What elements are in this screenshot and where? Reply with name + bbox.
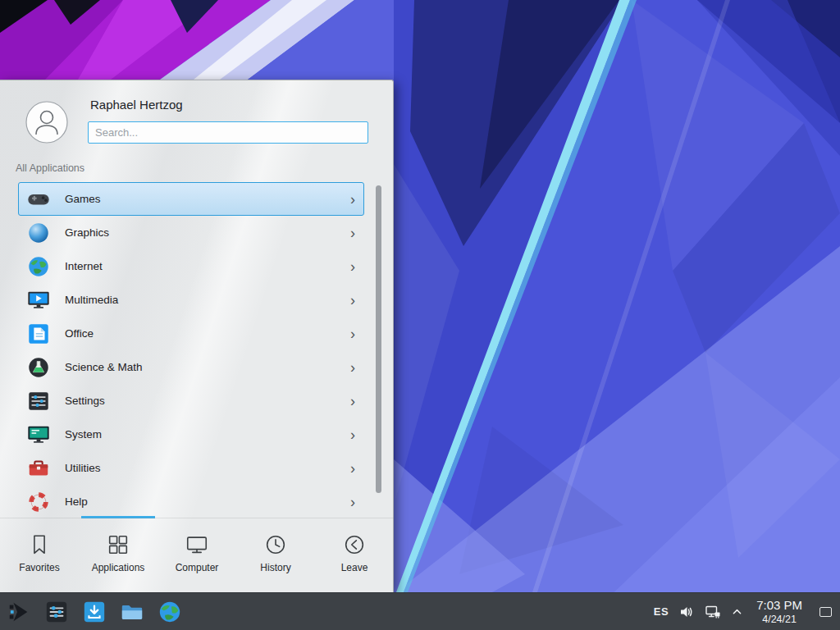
chevron-right-icon: › <box>350 226 355 240</box>
category-label: Graphics <box>65 226 350 239</box>
utilities-toolbox-icon <box>26 456 51 481</box>
clock-time: 7:03 PM <box>756 597 802 614</box>
category-label: Multimedia <box>65 294 350 306</box>
user-name: Raphael Hertzog <box>90 98 183 112</box>
category-row-internet[interactable]: Internet › <box>18 249 364 283</box>
section-label: All Applications <box>16 162 84 174</box>
show-desktop-button[interactable] <box>815 593 835 630</box>
chevron-right-icon: › <box>350 326 355 341</box>
web-globe-icon <box>158 600 182 624</box>
clock[interactable]: 7:03 PM 4/24/21 <box>756 597 802 627</box>
keyboard-layout-indicator[interactable]: ES <box>654 605 669 618</box>
chevron-right-icon: › <box>350 259 355 274</box>
folder-icon <box>120 600 144 624</box>
volume-icon[interactable] <box>678 604 695 620</box>
category-label: Help <box>65 495 350 508</box>
application-launcher-menu: Raphael Hertzog All Applications Games › <box>0 80 394 592</box>
multimedia-monitor-icon <box>26 288 51 313</box>
category-label: Internet <box>65 260 350 272</box>
tab-label: Leave <box>341 562 368 573</box>
graphics-ball-icon <box>26 221 51 245</box>
tab-leave[interactable]: Leave <box>315 518 394 592</box>
science-flask-icon <box>26 355 51 380</box>
computer-monitor-icon <box>185 532 209 557</box>
app-launcher-button[interactable] <box>0 593 38 630</box>
globe-icon <box>26 254 51 279</box>
clock-date: 4/24/21 <box>756 613 802 626</box>
category-label: Settings <box>65 395 350 407</box>
scrollbar-handle[interactable] <box>376 185 381 493</box>
tab-history[interactable]: History <box>236 518 315 592</box>
bookmark-icon <box>27 532 52 557</box>
tab-label: Computer <box>176 562 219 573</box>
taskbar-app-files[interactable] <box>113 593 151 630</box>
show-desktop-icon <box>819 607 832 617</box>
category-row-games[interactable]: Games › <box>18 182 364 216</box>
chevron-right-icon: › <box>350 394 355 409</box>
tab-bar: Favorites Applications Comp <box>0 518 394 592</box>
tab-label: Favorites <box>19 562 59 573</box>
tab-favorites[interactable]: Favorites <box>0 518 79 592</box>
category-label: System <box>65 428 350 441</box>
chevron-right-icon: › <box>350 293 355 308</box>
category-row-office[interactable]: Office › <box>18 317 364 350</box>
settings-sliders-icon <box>26 389 51 413</box>
tab-label: History <box>260 562 290 573</box>
office-document-icon <box>26 322 51 346</box>
chevron-right-icon: › <box>350 192 355 207</box>
taskbar-app-tweaks[interactable] <box>38 593 75 630</box>
category-list: Games › Graphics › <box>0 182 394 514</box>
chevron-right-icon: › <box>350 427 355 442</box>
gamepad-icon <box>26 187 51 212</box>
kde-menu-icon <box>7 600 31 624</box>
app-grid-icon <box>106 532 130 557</box>
category-row-science-math[interactable]: Science & Math › <box>18 350 364 384</box>
taskbar: ES 7:03 PM 4/24/21 <box>0 592 840 630</box>
chevron-right-icon: › <box>350 461 355 476</box>
tab-computer[interactable]: Computer <box>158 518 236 592</box>
software-installer-icon <box>82 600 107 624</box>
tab-label: Applications <box>92 562 145 573</box>
category-label: Science & Math <box>65 361 350 373</box>
category-label: Games <box>65 193 350 205</box>
dark-tweaks-icon <box>44 600 69 624</box>
system-tray: ES 7:03 PM 4/24/21 <box>654 593 840 630</box>
taskbar-app-browser[interactable] <box>151 593 189 630</box>
category-row-settings[interactable]: Settings › <box>18 384 364 418</box>
help-lifering-icon <box>26 490 51 514</box>
category-row-utilities[interactable]: Utilities › <box>18 451 364 485</box>
chevron-right-icon: › <box>350 495 355 509</box>
category-row-graphics[interactable]: Graphics › <box>18 216 364 249</box>
category-row-system[interactable]: System › <box>18 418 364 451</box>
system-monitor-icon <box>26 422 51 447</box>
history-clock-icon <box>263 532 288 557</box>
category-row-help[interactable]: Help › <box>18 485 364 514</box>
chevron-right-icon: › <box>350 360 355 375</box>
tab-applications[interactable]: Applications <box>79 518 158 592</box>
category-label: Utilities <box>65 462 350 474</box>
expand-tray-icon[interactable] <box>731 605 743 618</box>
category-label: Office <box>65 327 350 340</box>
leave-back-icon <box>342 532 367 557</box>
user-avatar[interactable] <box>25 101 68 144</box>
search-input[interactable] <box>88 121 368 144</box>
taskbar-app-installer[interactable] <box>75 593 113 630</box>
network-icon[interactable] <box>705 604 721 620</box>
category-row-multimedia[interactable]: Multimedia › <box>18 283 364 317</box>
